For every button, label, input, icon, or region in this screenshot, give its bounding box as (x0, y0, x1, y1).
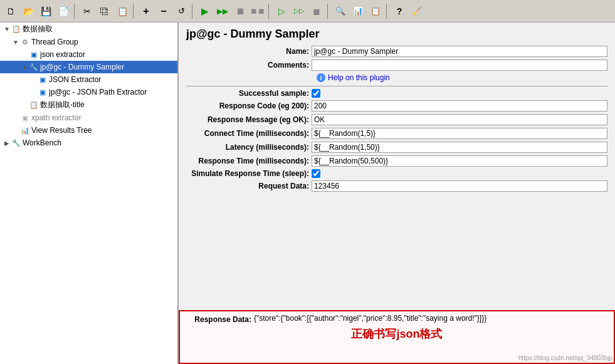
remote-start-button[interactable]: ▷ (273, 3, 290, 19)
icon-xpath-extractor: ▣ (20, 113, 30, 123)
field-row-3: Connect Time (milliseconds): (186, 128, 607, 139)
field-label-6: Simulate Response Time (sleep): (186, 169, 312, 178)
tree-item-xpath-extractor[interactable]: ▶ ▣ xpath extractor (0, 112, 177, 124)
comments-row: Comments: (186, 60, 607, 71)
field-row-1: Response Code (eg 200): (186, 100, 607, 112)
latency-input[interactable] (312, 142, 607, 153)
comments-label: Comments: (186, 61, 312, 70)
icon-view-results-tree: 📊 (20, 125, 30, 135)
save-as-button[interactable]: 📄 (55, 3, 71, 19)
icon-json-extractor-child: ▣ (38, 75, 48, 85)
sep3 (192, 4, 194, 19)
icon-json-path-extractor: ▣ (38, 87, 48, 97)
field-row-0: Successful sample: (186, 89, 607, 98)
tree-item-data-take-title[interactable]: ▶ 📋 数据抽取-title (0, 98, 177, 112)
help-text: Help on this plugin (328, 73, 390, 82)
tree-item-json-path-extractor[interactable]: ▶ ▣ jp@gc - JSON Path Extractor (0, 86, 177, 98)
field-row-5: Response Time (milliseconds): (186, 155, 607, 167)
left-tree-panel: ▼ 📋 数据抽取 ▼ ⚙ Thread Group ▶ ▣ json extra… (0, 23, 179, 364)
table-button[interactable]: 📋 (367, 3, 384, 19)
help-button[interactable]: ? (391, 3, 407, 19)
chart-button[interactable]: 📊 (350, 3, 366, 19)
sep4 (268, 4, 271, 19)
sep5 (327, 4, 330, 19)
sep1 (74, 4, 76, 19)
field-label-3: Connect Time (milliseconds): (186, 129, 312, 138)
run-no-pause-button[interactable]: ▶▶ (214, 3, 231, 19)
paste-button[interactable]: 📋 (114, 3, 130, 19)
tree-item-json-extractor-child[interactable]: ▶ ▣ JSON Extractor (0, 73, 177, 86)
response-time-input[interactable] (312, 155, 607, 167)
name-input[interactable] (312, 46, 607, 57)
expander-dummy-sampler[interactable]: ▼ (20, 63, 29, 71)
toolbar: 🗋 📂 💾 📄 ✂ ⿻ 📋 + − ↺ ▶ ▶▶ ⏹ ⏹⏹ ▷ ▷▷ ◼ 🔍 📊… (0, 0, 615, 23)
cut-button[interactable]: ✂ (79, 3, 95, 19)
response-highlight: 正确书写json格式 (185, 324, 609, 344)
remote-stop-button[interactable]: ◼ (308, 3, 325, 19)
tree-item-thread-group[interactable]: ▼ ⚙ Thread Group (0, 36, 177, 48)
tree-item-view-results-tree[interactable]: ▶ 📊 View Results Tree (0, 124, 177, 137)
response-code-input[interactable] (312, 100, 607, 112)
separator (186, 86, 607, 86)
icon-data-take-title: 📋 (29, 100, 39, 110)
response-data-label: Response Data: (185, 314, 254, 324)
open-button[interactable]: 📂 (20, 3, 36, 19)
response-message-input[interactable] (312, 114, 607, 125)
remote-start-all-button[interactable]: ▷▷ (291, 3, 307, 19)
watermark: https://blog.csdn.net/qq_34803bjp (518, 355, 612, 361)
response-data-value: {"store":{"book":[{"author":"nigel","pri… (254, 314, 609, 323)
icon-json-extractor: ▣ (29, 49, 39, 60)
tree-item-json-extractor[interactable]: ▶ ▣ json extractor (0, 48, 177, 61)
field-label-0: Successful sample: (186, 89, 312, 98)
content-area: jp@gc - Dummy Sampler Name: Comments: i … (179, 23, 615, 199)
stop-now-button[interactable]: ⏹⏹ (250, 3, 266, 19)
save-button[interactable]: 💾 (38, 3, 54, 19)
expander-workbench[interactable]: ▶ (3, 138, 11, 147)
icon-dummy-sampler: 🔧 (29, 62, 39, 72)
icon-root: 📋 (11, 24, 21, 34)
sep2 (133, 4, 135, 19)
response-data-section: Response Data: {"store":{"book":[{"autho… (179, 310, 615, 364)
icon-workbench: 🔧 (11, 138, 21, 148)
label-json-extractor-child: JSON Extractor (49, 75, 101, 84)
label-view-results-tree: View Results Tree (31, 126, 92, 135)
field-row-2: Response Message (eg OK): (186, 114, 607, 125)
icon-thread-group: ⚙ (20, 37, 30, 47)
search-button[interactable]: 🔍 (332, 3, 349, 19)
label-json-path-extractor: jp@gc - JSON Path Extractor (49, 88, 147, 96)
successful-sample-checkbox[interactable] (312, 89, 320, 98)
clear-button[interactable]: ↺ (173, 3, 189, 19)
field-row-7: Request Data: (186, 180, 607, 192)
expander-root[interactable]: ▼ (3, 25, 11, 34)
label-dummy-sampler: jp@gc - Dummy Sampler (40, 63, 124, 71)
field-label-7: Request Data: (186, 182, 312, 190)
comments-input[interactable] (312, 60, 607, 71)
run-button[interactable]: ▶ (197, 3, 213, 19)
connect-time-input[interactable] (312, 128, 607, 139)
simulate-response-checkbox[interactable] (312, 169, 320, 178)
tree-item-dummy-sampler[interactable]: ▼ 🔧 jp@gc - Dummy Sampler (0, 61, 177, 73)
response-data-row: Response Data: {"store":{"book":[{"autho… (185, 314, 609, 324)
tree-item-workbench[interactable]: ▶ 🔧 WorkBench (0, 137, 177, 149)
name-row: Name: (186, 46, 607, 57)
label-thread-group: Thread Group (31, 38, 78, 46)
field-label-2: Response Message (eg OK): (186, 115, 312, 124)
expander-thread-group[interactable]: ▼ (11, 38, 20, 46)
label-json-extractor: json extractor (40, 50, 85, 59)
new-button[interactable]: 🗋 (3, 3, 19, 19)
name-label: Name: (186, 47, 312, 56)
tree-item-root[interactable]: ▼ 📋 数据抽取 (0, 23, 177, 36)
copy-button[interactable]: ⿻ (97, 3, 113, 19)
request-data-input[interactable] (312, 180, 607, 192)
panel-title: jp@gc - Dummy Sampler (186, 28, 607, 41)
add-button[interactable]: + (138, 3, 154, 19)
label-xpath-extractor: xpath extractor (31, 113, 81, 122)
remove-button[interactable]: − (155, 3, 172, 19)
field-row-4: Latency (milliseconds): (186, 142, 607, 153)
stop-button[interactable]: ⏹ (232, 3, 248, 19)
broom-button[interactable]: 🧹 (409, 3, 425, 19)
field-label-1: Response Code (eg 200): (186, 101, 312, 110)
help-link[interactable]: i Help on this plugin (317, 73, 607, 82)
help-row: i Help on this plugin (317, 73, 607, 82)
label-root: 数据抽取 (23, 24, 53, 34)
